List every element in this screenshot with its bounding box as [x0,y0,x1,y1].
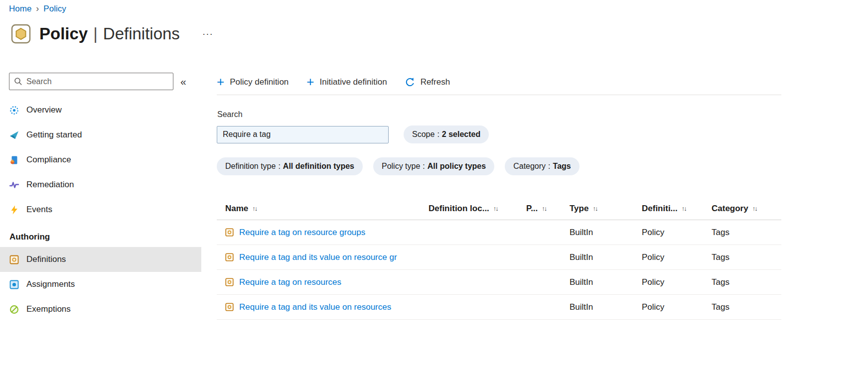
cell-definition-type: Policy [642,277,712,287]
definition-link[interactable]: Require a tag and its value on resource … [239,252,397,262]
cell-category: Tags [712,228,781,238]
cell-definition-type: Policy [642,228,712,238]
column-header-policies[interactable]: P... ↑↓ [526,204,570,214]
table-row[interactable]: Require a tag on resources BuiltIn Polic… [217,270,781,295]
overview-icon [9,106,19,115]
cell-category: Tags [712,252,781,262]
breadcrumb-policy-link[interactable]: Policy [43,4,66,14]
definition-link[interactable]: Require a tag on resource groups [239,228,365,238]
sidebar-item-getting-started[interactable]: Getting started [0,123,201,147]
policy-service-icon [11,24,31,44]
compliance-icon [9,155,19,165]
sidebar-search-input[interactable] [26,77,168,86]
sidebar-item-label: Exemptions [26,304,71,314]
definitions-table: Name ↑↓ Definition loc... ↑↓ P... ↑↓ Typ… [217,197,781,320]
refresh-button[interactable]: Refresh [405,77,450,87]
collapse-sidebar-icon[interactable]: « [180,76,186,88]
cell-definition-type: Policy [642,252,712,262]
refresh-icon [405,77,415,87]
policy-definition-icon [225,253,234,261]
breadcrumb-home-link[interactable]: Home [9,4,31,14]
getting-started-icon [9,130,19,140]
policy-type-filter-pill[interactable]: Policy type : All policy types [373,157,494,175]
cell-name: Require a tag and its value on resource … [217,252,429,262]
sort-icon: ↑↓ [493,205,498,212]
policy-definition-icon [225,303,234,311]
scope-filter-pill[interactable]: Scope : 2 selected [404,125,489,143]
sidebar-item-remediation[interactable]: Remediation [0,172,201,197]
cell-definition-type: Policy [642,302,712,312]
definition-type-filter-pill[interactable]: Definition type : All definition types [217,157,363,175]
more-icon[interactable]: ··· [202,28,213,39]
command-bar: + Policy definition + Initiative definit… [217,73,450,92]
cell-type: BuiltIn [570,277,642,287]
definition-link[interactable]: Require a tag and its value on resources [239,302,391,312]
cell-type: BuiltIn [570,252,642,262]
sidebar-item-label: Definitions [26,254,66,264]
table-row[interactable]: Require a tag on resource groups BuiltIn… [217,220,781,245]
column-header-category[interactable]: Category ↑↓ [712,204,781,214]
table-header-row: Name ↑↓ Definition loc... ↑↓ P... ↑↓ Typ… [217,197,781,220]
policy-definition-icon [225,278,234,286]
sidebar-item-compliance[interactable]: Compliance [0,147,201,172]
sidebar-item-label: Overview [26,105,62,115]
sidebar-item-label: Compliance [26,155,71,165]
plus-icon: + [217,75,224,88]
cell-category: Tags [712,302,781,312]
sort-icon: ↑↓ [752,205,757,212]
definitions-icon [9,255,19,264]
sort-icon: ↑↓ [592,205,597,212]
exemptions-icon [9,305,19,314]
cell-type: BuiltIn [570,302,642,312]
table-row[interactable]: Require a tag and its value on resource … [217,245,781,270]
plus-icon: + [306,75,314,88]
sidebar-item-exemptions[interactable]: Exemptions [0,297,201,322]
chevron-right-icon: › [36,3,39,14]
definition-link[interactable]: Require a tag on resources [239,277,341,287]
cell-type: BuiltIn [570,228,642,238]
sidebar-item-label: Remediation [26,180,74,190]
sidebar-item-label: Assignments [26,279,75,289]
sidebar-item-label: Events [26,205,52,215]
sidebar-section-authoring: Authoring [0,222,201,247]
search-icon [14,77,22,86]
initiative-definition-button[interactable]: + Initiative definition [306,77,387,88]
sort-icon: ↑↓ [252,205,257,212]
search-label: Search [217,110,243,119]
cell-name: Require a tag and its value on resources [217,302,429,312]
sidebar-search-box[interactable] [9,73,173,90]
column-header-type[interactable]: Type ↑↓ [570,204,642,214]
sidebar-item-events[interactable]: Events [0,197,201,222]
events-icon [9,205,19,215]
page-title: Policy | Definitions [39,24,180,43]
table-body: Require a tag on resource groups BuiltIn… [217,220,781,320]
sidebar: « Overview Getting started [0,73,201,322]
remediation-icon [9,180,19,190]
breadcrumb: Home › Policy [9,3,66,14]
table-row[interactable]: Require a tag and its value on resources… [217,295,781,320]
toolbar-divider [217,95,781,95]
sidebar-item-assignments[interactable]: Assignments [0,272,201,297]
page-header: Policy | Definitions ··· [11,24,213,44]
policy-definition-icon [225,228,234,237]
cell-name: Require a tag on resources [217,277,429,287]
column-header-definition-type[interactable]: Definiti... ↑↓ [642,204,712,214]
column-header-name[interactable]: Name ↑↓ [217,204,429,214]
sort-icon: ↑↓ [682,205,686,212]
cell-name: Require a tag on resource groups [217,228,429,238]
cell-category: Tags [712,277,781,287]
sidebar-item-overview[interactable]: Overview [0,98,201,123]
sort-icon: ↑↓ [542,205,546,212]
column-header-definition-location[interactable]: Definition loc... ↑↓ [429,204,526,214]
sidebar-item-label: Getting started [26,130,82,140]
policy-definition-button[interactable]: + Policy definition [217,77,289,88]
category-filter-pill[interactable]: Category : Tags [505,157,579,175]
assignments-icon [9,280,19,289]
sidebar-item-definitions[interactable]: Definitions [0,247,201,272]
definition-search-input[interactable] [217,126,389,143]
